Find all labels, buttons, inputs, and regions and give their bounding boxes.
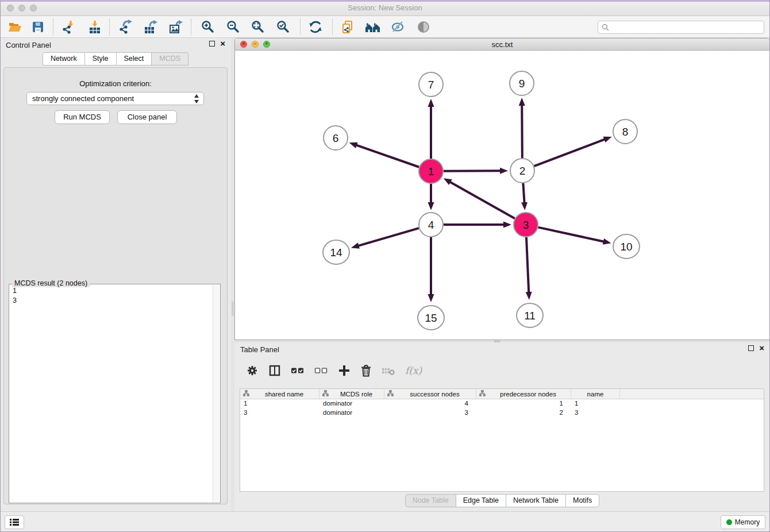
deselect-all-columns-icon[interactable] xyxy=(314,364,328,377)
close-panel-button[interactable]: Close panel xyxy=(117,110,177,124)
import-table-icon[interactable] xyxy=(84,18,105,36)
column-header-MCDS-role[interactable]: MCDS role xyxy=(319,389,384,399)
import-network-icon[interactable] xyxy=(58,18,79,36)
column-header-shared-name[interactable]: shared name xyxy=(240,389,319,399)
zoom-out-icon[interactable] xyxy=(223,18,244,36)
svg-text:3: 3 xyxy=(523,219,529,231)
svg-text:7: 7 xyxy=(428,79,434,91)
main-toolbar xyxy=(0,16,770,38)
edge-1-4[interactable] xyxy=(428,184,434,210)
run-mcds-button[interactable]: Run MCDS xyxy=(55,110,110,124)
select-all-columns-icon[interactable] xyxy=(291,364,305,377)
edge-1-7[interactable] xyxy=(428,99,434,159)
add-row-icon[interactable] xyxy=(338,364,351,377)
column-header-successor-nodes[interactable]: successor nodes xyxy=(384,389,476,399)
edge-3-10[interactable] xyxy=(538,228,611,245)
tab-network[interactable]: Network xyxy=(43,52,85,65)
graph-node-9[interactable]: 9 xyxy=(510,71,534,95)
table-float-panel-icon[interactable] xyxy=(748,345,754,351)
memory-button[interactable]: Memory xyxy=(721,515,765,529)
graph-node-6[interactable]: 6 xyxy=(324,126,348,150)
search-box[interactable] xyxy=(598,21,764,34)
export-table-icon[interactable] xyxy=(140,18,161,36)
zoom-in-icon[interactable] xyxy=(198,18,218,36)
edge-4-14[interactable] xyxy=(351,228,419,249)
task-history-button[interactable] xyxy=(5,515,24,529)
first-neighbors-icon[interactable] xyxy=(363,18,383,36)
network-graph[interactable]: 7968124314101511 xyxy=(235,51,769,340)
edge-1-6[interactable] xyxy=(349,142,419,167)
graph-node-7[interactable]: 7 xyxy=(419,72,443,97)
tab-style[interactable]: Style xyxy=(85,52,117,65)
float-panel-icon[interactable] xyxy=(209,41,215,47)
tab-motifs[interactable]: Motifs xyxy=(566,494,599,507)
svg-text:9: 9 xyxy=(519,78,525,90)
clone-network-icon[interactable] xyxy=(337,18,358,36)
edge-2-9[interactable] xyxy=(519,98,525,158)
graph-node-4[interactable]: 4 xyxy=(419,213,443,237)
export-network-icon[interactable] xyxy=(115,18,136,36)
table-cell[interactable]: 1 xyxy=(240,399,319,408)
table-cell[interactable]: dominator xyxy=(319,408,384,418)
apply-layout-icon[interactable] xyxy=(305,18,326,36)
edge-2-8[interactable] xyxy=(534,137,612,166)
table-cell[interactable]: 3 xyxy=(240,408,319,418)
hide-edges-icon[interactable] xyxy=(387,18,408,36)
search-input[interactable] xyxy=(611,24,764,32)
graph-node-15[interactable]: 15 xyxy=(418,306,444,330)
graph-node-2[interactable]: 2 xyxy=(510,159,534,183)
mcds-result-box[interactable]: MCDS result (2 nodes) 1 3 xyxy=(9,284,221,503)
tab-network-table[interactable]: Network Table xyxy=(506,494,566,507)
svg-text:15: 15 xyxy=(425,312,437,324)
table-cell[interactable]: dominator xyxy=(319,399,384,408)
node-table[interactable]: shared nameMCDS rolesuccessor nodesprede… xyxy=(240,388,764,492)
criterion-select[interactable]: strongly connected component xyxy=(26,92,204,105)
table-tabs: Node TableEdge TableNetwork TableMotifs xyxy=(234,494,770,507)
edge-4-15[interactable] xyxy=(428,237,434,302)
table-cell[interactable]: 3 xyxy=(571,408,620,418)
edge-2-3[interactable] xyxy=(521,183,528,210)
table-cell[interactable]: 1 xyxy=(571,399,620,408)
function-builder-icon[interactable]: f(x) xyxy=(405,365,422,376)
table-row[interactable]: 1dominator411 xyxy=(240,399,764,408)
panel-splitter-grip[interactable] xyxy=(232,301,234,316)
edge-4-3[interactable] xyxy=(444,222,511,228)
mcds-result-text[interactable]: 1 3 xyxy=(13,286,212,501)
network-window-titlebar[interactable]: × − + scc.txt xyxy=(235,38,769,51)
table-settings-icon[interactable] xyxy=(246,364,259,377)
tab-node-table[interactable]: Node Table xyxy=(405,494,456,507)
table-cell[interactable]: 4 xyxy=(384,399,476,408)
graph-node-11[interactable]: 11 xyxy=(517,303,543,327)
close-panel-icon[interactable]: × xyxy=(220,41,225,47)
tab-edge-table[interactable]: Edge Table xyxy=(456,494,506,507)
table-close-panel-icon[interactable]: × xyxy=(759,345,764,351)
network-canvas[interactable]: 7968124314101511 xyxy=(235,51,769,340)
graph-node-1[interactable]: 1 xyxy=(419,159,443,183)
edge-3-1[interactable] xyxy=(444,178,515,218)
table-cell[interactable]: 3 xyxy=(384,408,476,418)
graph-node-14[interactable]: 14 xyxy=(323,240,349,264)
save-session-icon[interactable] xyxy=(28,18,48,36)
open-session-icon[interactable] xyxy=(5,18,25,36)
show-graphics-details-icon[interactable] xyxy=(413,18,434,36)
export-image-icon[interactable] xyxy=(165,18,186,36)
zoom-selected-icon[interactable] xyxy=(273,18,294,36)
tab-mcds[interactable]: MCDS xyxy=(152,52,188,65)
tab-select[interactable]: Select xyxy=(117,52,152,65)
graph-node-8[interactable]: 8 xyxy=(613,119,637,144)
delete-column-icon[interactable] xyxy=(382,364,395,377)
graph-node-3[interactable]: 3 xyxy=(514,213,538,237)
delete-row-icon[interactable] xyxy=(360,364,372,377)
graph-node-10[interactable]: 10 xyxy=(613,234,640,259)
zoom-fit-icon[interactable] xyxy=(248,18,268,36)
table-cell[interactable]: 1 xyxy=(476,399,571,408)
table-cell[interactable]: 2 xyxy=(476,408,571,418)
edge-1-2[interactable] xyxy=(444,168,508,174)
column-header-name[interactable]: name xyxy=(571,389,620,399)
result-scrollbar[interactable] xyxy=(213,285,220,502)
table-row[interactable]: 3dominator323 xyxy=(240,408,764,418)
edge-3-11[interactable] xyxy=(526,237,532,300)
column-header-predecessor-nodes[interactable]: predecessor nodes xyxy=(476,389,571,399)
memory-label: Memory xyxy=(735,518,760,526)
split-columns-icon[interactable] xyxy=(268,364,281,377)
